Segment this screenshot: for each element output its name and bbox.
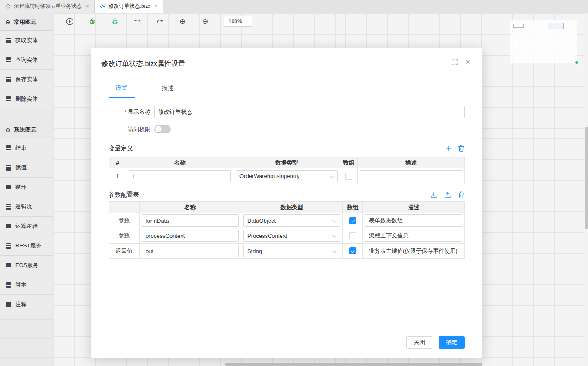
comment-icon: [6, 302, 11, 307]
param-type-select[interactable]: ProcessContext: [243, 230, 340, 242]
sidebar-item-comment[interactable]: 注释: [0, 295, 53, 314]
sidebar-item-assign[interactable]: 赋值: [0, 158, 53, 178]
tab-label: 流程流转时修改表单业务状态: [14, 3, 82, 10]
minimap[interactable]: [510, 20, 577, 63]
param-type-select[interactable]: String: [243, 245, 340, 257]
close-icon[interactable]: ×: [86, 3, 89, 9]
param-name-input[interactable]: [142, 230, 239, 242]
horizontal-scrollbar[interactable]: [225, 363, 482, 366]
sidebar-item-logic-flow[interactable]: 逻辑流: [0, 197, 53, 217]
collapse-icon: ⊖: [5, 127, 10, 133]
sidebar-item-query-entity[interactable]: 查询实体: [0, 50, 53, 70]
sidebar-item-end[interactable]: 结束: [0, 138, 53, 158]
script-icon: [6, 282, 11, 288]
param-name-input[interactable]: [142, 214, 239, 227]
dialog-header: 修改订单状态.bizx属性设置 ×: [91, 48, 482, 69]
ok-button[interactable]: 确定: [439, 336, 465, 349]
undo-icon[interactable]: [133, 17, 141, 25]
array-checkbox[interactable]: [349, 217, 356, 224]
loop-icon: [6, 185, 11, 190]
col-desc: 描述: [363, 202, 465, 213]
toggle-knob: [155, 126, 162, 132]
display-name-input[interactable]: [154, 106, 465, 118]
run-button[interactable]: [66, 17, 73, 25]
rest-service-icon: [6, 243, 11, 249]
access-row: 访问权限: [109, 125, 465, 133]
param-desc-input[interactable]: [365, 214, 462, 227]
array-checkbox[interactable]: [345, 173, 352, 180]
sidebar-item-label: REST服务: [15, 242, 42, 250]
variable-desc-input[interactable]: [360, 170, 462, 182]
zoom-in-icon[interactable]: ⊕: [179, 17, 186, 25]
sidebar-item-label: 结束: [15, 144, 27, 152]
tab-process-flow[interactable]: 流程流转时修改表单业务状态 ×: [0, 0, 95, 13]
sidebar-item-delete-entity[interactable]: 删除实体: [0, 89, 53, 109]
access-label: 访问权限: [109, 125, 150, 133]
sidebar-item-save-entity[interactable]: 保存实体: [0, 70, 53, 89]
step-debug-bug-icon[interactable]: [111, 17, 119, 25]
display-name-label: *显示名称: [109, 108, 150, 116]
table-header-row: # 名称 数据类型 数组 描述: [109, 157, 465, 168]
param-kind: 返回值: [109, 244, 140, 259]
col-type: 数据类型: [233, 157, 340, 168]
redo-icon[interactable]: [156, 17, 164, 25]
sidebar-spacer: [0, 109, 53, 121]
array-checkbox[interactable]: [349, 247, 356, 254]
variables-section-head: 变量定义： +: [109, 145, 465, 152]
sidebar-item-get-entity[interactable]: 获取实体: [0, 31, 53, 50]
debug-bug-icon[interactable]: [88, 17, 96, 25]
col-name: 名称: [126, 157, 233, 168]
sidebar-item-eos-service[interactable]: EOS服务: [0, 256, 53, 275]
fullscreen-icon[interactable]: [452, 59, 458, 65]
vertical-scrollbar[interactable]: [585, 127, 588, 229]
params-table: 名称 数据类型 数组 描述 参数 DataObject: [109, 201, 465, 259]
tab-modify-order-status[interactable]: 修改订单状态.bizx ×: [95, 0, 163, 13]
close-icon[interactable]: ×: [154, 3, 158, 9]
sidebar-item-label: 获取实体: [15, 36, 38, 44]
param-desc-input[interactable]: [365, 230, 462, 242]
add-variable-icon[interactable]: +: [445, 145, 451, 152]
get-entity-icon: [6, 38, 11, 43]
sidebar-group-common[interactable]: ⊖ 常用图元: [0, 13, 53, 31]
array-checkbox[interactable]: [349, 232, 356, 239]
canvas-toolbar: ⊕ ⊖ 100%: [53, 13, 585, 29]
tab-description[interactable]: 描述: [155, 84, 181, 98]
close-button[interactable]: 关闭: [406, 336, 432, 349]
flow-diamond-icon: [5, 3, 11, 9]
access-toggle[interactable]: [154, 125, 171, 133]
export-params-icon[interactable]: [444, 191, 451, 198]
variables-table: # 名称 数据类型 数组 描述 1 OrderWarehousingentry: [109, 157, 465, 184]
sidebar-item-script[interactable]: 脚本: [0, 275, 53, 295]
close-icon[interactable]: ×: [465, 59, 470, 65]
delete-variable-icon[interactable]: [458, 145, 465, 152]
import-params-icon[interactable]: [430, 191, 437, 198]
sidebar-item-loop[interactable]: 循环: [0, 178, 53, 197]
zoom-level-input[interactable]: 100%: [224, 16, 252, 27]
col-desc: 描述: [358, 157, 465, 168]
sidebar-item-label: 注释: [15, 300, 27, 308]
tab-settings[interactable]: 设置: [109, 84, 135, 98]
zoom-out-icon[interactable]: ⊖: [201, 17, 209, 25]
param-name-input[interactable]: [142, 245, 239, 257]
param-desc-input[interactable]: [365, 245, 462, 257]
sidebar-group-system[interactable]: ⊖ 系统图元: [0, 121, 53, 138]
params-section-head: 参数配置表:: [109, 191, 465, 199]
variable-type-value: OrderWarehousingentry: [239, 173, 299, 179]
param-kind: 参数: [109, 213, 140, 228]
save-entity-icon: [6, 77, 11, 82]
sidebar-item-calc-logic[interactable]: 运算逻辑: [0, 217, 53, 236]
logic-flow-icon: [6, 204, 11, 210]
delete-entity-icon: [6, 96, 11, 102]
delete-params-icon[interactable]: [458, 191, 465, 198]
param-type-value: String: [247, 248, 262, 254]
sidebar-item-label: 删除实体: [15, 95, 38, 103]
minimap-resize-handle[interactable]: [575, 60, 579, 65]
variable-type-select[interactable]: OrderWarehousingentry: [236, 170, 338, 182]
sidebar-item-rest-service[interactable]: REST服务: [0, 236, 53, 256]
table-header-row: 名称 数据类型 数组 描述: [109, 202, 465, 213]
sidebar-group-label: 常用图元: [14, 18, 37, 26]
query-entity-icon: [6, 57, 11, 63]
param-type-select[interactable]: DataObject: [243, 214, 340, 227]
variable-name-input[interactable]: [129, 170, 231, 182]
sidebar-item-label: 查询实体: [15, 56, 38, 64]
